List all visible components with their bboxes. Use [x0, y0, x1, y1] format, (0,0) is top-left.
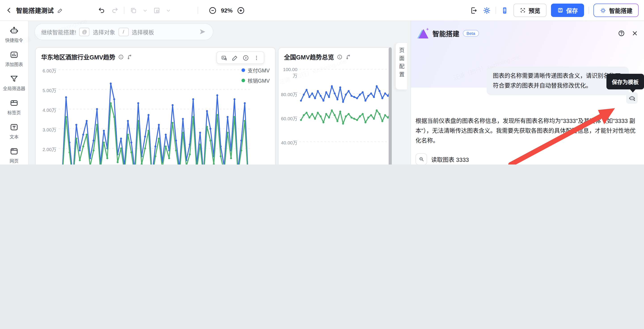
- chart-dot: [165, 134, 167, 136]
- chart-dot: [364, 100, 366, 102]
- chart-dot: [353, 96, 355, 98]
- chart-dot: [148, 114, 150, 116]
- chart-dot: [182, 132, 184, 134]
- panel-title: 智能搭建: [432, 28, 459, 38]
- vertical-scrollbar[interactable]: [389, 47, 392, 164]
- page-config-tab[interactable]: 页面配置: [395, 42, 407, 90]
- sidebar-item-global-filter[interactable]: 全局筛选器: [2, 74, 26, 92]
- settings-gear-icon[interactable]: [482, 6, 491, 14]
- divider: [588, 7, 589, 14]
- edit-pencil-icon[interactable]: [232, 54, 238, 61]
- dashboard-canvas: 继续智能搭建! @ 选择对象 / 选择模板 华东地区酒旅行业GMV趋势: [28, 20, 410, 164]
- chart-dot: [328, 96, 330, 98]
- agent-action-row[interactable]: 读取图表 3333: [416, 153, 499, 164]
- redo-icon[interactable]: [111, 6, 118, 14]
- chart-dot: [175, 149, 177, 151]
- chart-dot: [158, 138, 160, 140]
- group-icon[interactable]: [153, 6, 160, 14]
- sidebar-item-text[interactable]: 文本: [2, 122, 26, 140]
- chart-dot: [144, 136, 146, 138]
- chart-dot: [345, 115, 347, 117]
- chart-dot: [216, 114, 218, 116]
- zoom-level: 92%: [221, 7, 232, 14]
- chart-dot: [172, 122, 174, 124]
- save-button[interactable]: 保存: [551, 3, 584, 17]
- chart-dot: [334, 92, 336, 94]
- chevron-down-icon[interactable]: [143, 8, 148, 13]
- chart-explore-icon[interactable]: [221, 54, 228, 61]
- smart-build-label: 智能搭建: [609, 6, 632, 14]
- preview-button[interactable]: 预览: [514, 3, 546, 17]
- y-axis-tick: 20.00万: [278, 163, 298, 164]
- chart-card-east-china[interactable]: 华东地区酒旅行业GMV趋势 支付GMV 核销GMV 6.00万5.00万4.00…: [35, 47, 276, 164]
- chart-dot: [79, 159, 81, 161]
- chart-dot: [213, 163, 215, 164]
- save-as-template-button[interactable]: [626, 92, 638, 104]
- sidebar-item-tab-page[interactable]: 标签页: [2, 98, 26, 116]
- kebab-menu-icon[interactable]: [253, 54, 260, 61]
- chart-dot: [314, 118, 316, 120]
- chart-dot: [328, 117, 330, 119]
- chart-dot: [220, 155, 222, 157]
- chart-dot: [303, 94, 305, 96]
- zoom-out-icon[interactable]: [208, 6, 217, 14]
- robot-icon: [10, 26, 19, 35]
- sidebar-item-quick-commands[interactable]: 快捷指令: [2, 26, 26, 43]
- chart-dot: [342, 123, 344, 125]
- chart-dot: [339, 86, 341, 88]
- chart-dot: [168, 157, 170, 159]
- chart-dot: [331, 85, 333, 87]
- rename-pencil-icon[interactable]: [57, 7, 63, 13]
- chart-dot: [334, 114, 336, 116]
- help-icon[interactable]: [618, 29, 625, 37]
- smart-build-button[interactable]: 智能搭建: [594, 3, 639, 17]
- chart-dot: [350, 95, 352, 97]
- legend-item[interactable]: 支付GMV: [242, 67, 270, 74]
- save-as-template-tooltip: 保存为模板: [606, 74, 644, 89]
- chart-dot: [320, 115, 322, 117]
- chart-dot: [308, 117, 310, 119]
- chart-dot: [373, 96, 375, 98]
- chart-dot: [244, 120, 246, 122]
- chart-dot: [137, 120, 139, 122]
- close-icon[interactable]: [632, 30, 638, 36]
- assistant-paragraph-1: 根据当前仪表盘的图表名称信息，发现所有图表名称均为"3333"及其变体（如"33…: [416, 116, 637, 145]
- chart-dot: [65, 116, 67, 118]
- browser-icon: [10, 147, 19, 156]
- chart-dot: [234, 98, 236, 100]
- chart-card-national[interactable]: 全国GMV趋势总览 100.00万80.00万60.00万40.00万20.00…: [278, 47, 392, 164]
- chevron-down-icon[interactable]: [166, 8, 171, 13]
- y-axis-tick: 3.00万: [38, 126, 56, 133]
- chart-dot: [86, 120, 88, 122]
- chart-dot: [362, 113, 364, 115]
- chart-dot: [370, 114, 372, 116]
- y-axis-tick: 5.00万: [38, 87, 56, 93]
- export-doc-icon[interactable]: [470, 6, 478, 14]
- y-axis-tick: 100.00万: [278, 67, 298, 79]
- top-toolbar: 智能搭建测试 92% 预览: [0, 0, 644, 21]
- expand-chevron-icon[interactable]: [242, 54, 249, 61]
- chart-dot: [189, 153, 191, 155]
- chart-dot: [68, 151, 70, 153]
- sidebar-item-add-chart[interactable]: 添加图表: [2, 50, 26, 67]
- bar-chart-icon: [10, 50, 19, 59]
- chart-dot: [230, 157, 232, 159]
- chart-dot: [373, 118, 375, 120]
- chart-dot: [165, 145, 167, 148]
- back-icon[interactable]: [5, 7, 12, 14]
- chart-dot: [192, 98, 194, 100]
- undo-icon[interactable]: [98, 6, 106, 14]
- smart-build-logo-icon: ✦: [417, 28, 429, 38]
- action-label: 读取图表 3333: [431, 155, 469, 163]
- chart-dot: [216, 94, 218, 96]
- zoom-in-icon[interactable]: [236, 6, 245, 14]
- chart-dot: [311, 113, 313, 115]
- chart-dot: [199, 132, 201, 134]
- mobile-preview-icon[interactable]: [500, 6, 509, 14]
- chart-dot: [368, 95, 370, 97]
- legend-item[interactable]: 核销GMV: [242, 77, 270, 84]
- sidebar-item-webpage[interactable]: 网页: [2, 147, 26, 164]
- chart-dot: [110, 82, 112, 84]
- copy-style-icon[interactable]: [130, 6, 137, 14]
- chart-dot: [314, 97, 316, 99]
